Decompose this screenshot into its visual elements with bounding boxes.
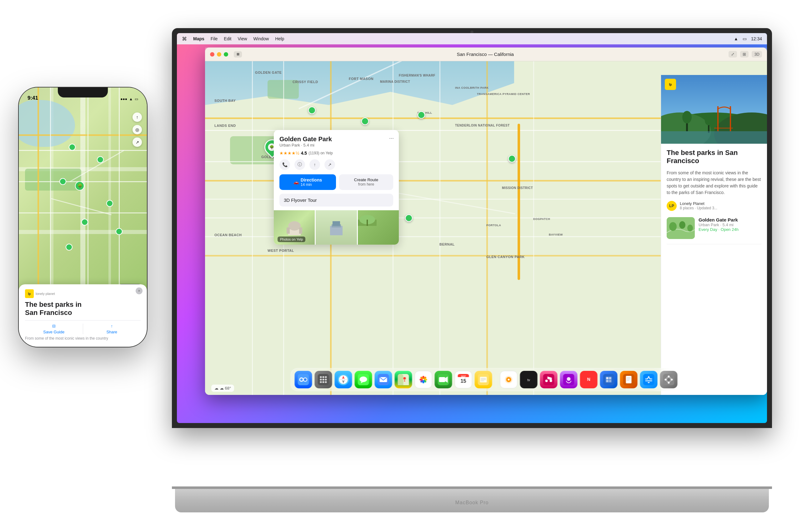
- svg-point-32: [320, 376, 322, 378]
- dock-facetime[interactable]: [435, 371, 452, 389]
- svg-rect-94: [606, 377, 608, 379]
- card-share-icon[interactable]: ↑: [310, 159, 320, 170]
- mail-icon: [378, 374, 389, 385]
- dock-safari[interactable]: [335, 371, 352, 389]
- svg-point-24: [679, 221, 685, 229]
- directions-btn[interactable]: 🚗 Directions 14 min: [279, 174, 336, 190]
- menubar-view[interactable]: View: [237, 36, 247, 41]
- iphone-notch: [58, 88, 108, 97]
- card-more-btn[interactable]: ···: [389, 135, 394, 142]
- iphone-map[interactable]: 🌳 ↑ ◎ ↗ 58° AIR: [19, 88, 147, 297]
- iphone-card-close-btn[interactable]: ×: [136, 287, 142, 294]
- svg-rect-96: [609, 377, 611, 379]
- iphone-pin-4[interactable]: [106, 200, 113, 207]
- menubar-help[interactable]: Help: [275, 36, 284, 41]
- map-pin-1[interactable]: [308, 107, 316, 114]
- reminders-icon: [503, 374, 514, 385]
- svg-point-1: [288, 221, 301, 231]
- iphone-pin-3[interactable]: [59, 178, 66, 185]
- iphone-pin-5[interactable]: [81, 219, 88, 226]
- iphone-share-btn[interactable]: ↗: [133, 138, 142, 147]
- card-bookmark-icon[interactable]: ↗: [324, 159, 335, 170]
- iphone-location-btn[interactable]: ◎: [133, 125, 142, 134]
- macbook-hinge: [172, 486, 772, 489]
- dock-photos[interactable]: [415, 371, 432, 389]
- battery-icon: ▭: [135, 97, 138, 101]
- svg-rect-99: [626, 376, 632, 383]
- author-name: Lonely Planet: [680, 201, 717, 206]
- signal-icon: ●●●: [120, 97, 127, 101]
- sidebar-guide-title: The best parks in San Francisco: [667, 149, 761, 165]
- window-minimize-btn[interactable]: [217, 52, 221, 57]
- map-area[interactable]: Golden Gate Crissy Field Fort Mason FISH…: [205, 61, 767, 395]
- svg-point-17: [705, 115, 712, 125]
- bayview-label: BAYVIEW: [549, 233, 563, 236]
- iphone-compass[interactable]: ↑: [133, 112, 142, 122]
- macbook-screen-inner: ⌘ Maps File Edit View Window Help ▲ ▭ 12…: [177, 33, 767, 423]
- menubar-file[interactable]: File: [211, 36, 218, 41]
- window-maximize-btn[interactable]: [224, 52, 228, 57]
- iphone-save-guide-btn[interactable]: ⊟ Save Guide: [25, 324, 83, 334]
- window-titlebar: ⊞ San Francisco — California ⤢ ⊞ 3D: [205, 48, 767, 61]
- dock-news[interactable]: N: [580, 371, 598, 389]
- svg-point-15: [682, 111, 692, 123]
- svg-point-106: [667, 378, 670, 381]
- map-pin-6[interactable]: [405, 214, 412, 222]
- dock-podcasts[interactable]: [560, 371, 578, 389]
- dock-appletv[interactable]: tv: [520, 371, 537, 389]
- apple-menu-icon[interactable]: ⌘: [182, 36, 187, 42]
- dock-finder[interactable]: [295, 371, 312, 389]
- dock-pages[interactable]: [620, 371, 638, 389]
- svg-rect-3: [299, 228, 302, 234]
- svg-point-33: [322, 376, 324, 378]
- dock-music[interactable]: [540, 371, 558, 389]
- dock-calendar[interactable]: SEP 15: [455, 371, 472, 389]
- window-title: San Francisco — California: [246, 52, 725, 57]
- window-3d-btn[interactable]: 3D: [752, 51, 762, 57]
- dock-notes[interactable]: [475, 371, 492, 389]
- iphone-pin-1[interactable]: [69, 144, 76, 150]
- menubar-edit[interactable]: Edit: [224, 36, 231, 41]
- sidebar-lp-badge: lp: [665, 79, 676, 90]
- menubar-app-name[interactable]: Maps: [193, 36, 205, 41]
- dock-system-prefs[interactable]: [660, 371, 677, 389]
- window-grid-btn[interactable]: ⊞: [740, 51, 748, 57]
- pages-icon: [623, 374, 634, 385]
- svg-point-29: [300, 378, 303, 381]
- map-pin-2[interactable]: [361, 118, 369, 125]
- card-title-block: Golden Gate Park Urban Park · 5.4 mi: [279, 136, 332, 149]
- window-sidebar-toggle[interactable]: ⊞: [234, 51, 242, 57]
- maps-icon: [398, 374, 409, 385]
- iphone-pin-6[interactable]: [116, 228, 123, 235]
- map-pin-3[interactable]: [418, 111, 425, 119]
- macbook-label: MacBook Pro: [455, 500, 489, 505]
- flyover-btn[interactable]: 3D Flyover Tour: [279, 194, 393, 206]
- create-route-btn[interactable]: Create Route from here: [339, 174, 393, 190]
- window-close-btn[interactable]: [210, 52, 214, 57]
- iphone-pin-7[interactable]: [66, 244, 72, 251]
- card-phone-icon[interactable]: 📞: [279, 159, 290, 170]
- create-route-sub: from here: [343, 182, 389, 186]
- svg-point-86: [545, 380, 548, 382]
- photos-icon: [418, 374, 429, 385]
- dock-maps[interactable]: [395, 371, 412, 389]
- card-info-icon[interactable]: ⓘ: [295, 159, 305, 170]
- dock-reminders[interactable]: [500, 371, 517, 389]
- map-pin-4[interactable]: [508, 155, 516, 162]
- news-icon: N: [583, 374, 595, 385]
- dock-numbers[interactable]: [600, 371, 618, 389]
- iphone-share-guide-btn[interactable]: ↑ Share: [83, 324, 141, 334]
- iphone-pin-2[interactable]: [97, 156, 104, 163]
- dock-mail[interactable]: [375, 371, 392, 389]
- window-location-btn[interactable]: ⤢: [728, 51, 737, 57]
- iphone-lp-label: lonely planet: [36, 292, 55, 295]
- iphone-pin-main[interactable]: 🌳: [75, 181, 84, 191]
- menubar-time: 12:34: [751, 36, 762, 41]
- menubar-window[interactable]: Window: [253, 36, 269, 41]
- dock-appstore[interactable]: [640, 371, 658, 389]
- weather-temp: ☁ 68°: [220, 386, 231, 391]
- directions-label: Directions: [301, 178, 322, 182]
- dock-launchpad[interactable]: [315, 371, 332, 389]
- dock-messages[interactable]: [355, 371, 372, 389]
- svg-point-35: [320, 379, 322, 381]
